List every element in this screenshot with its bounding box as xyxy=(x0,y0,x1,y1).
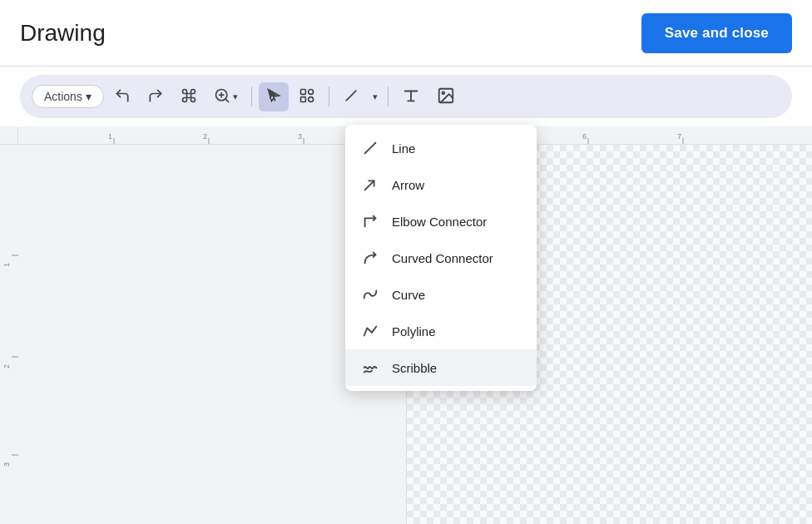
redo-button[interactable] xyxy=(141,82,171,111)
svg-line-8 xyxy=(346,91,356,101)
dropdown-item-scribble[interactable]: Scribble xyxy=(345,349,537,386)
cursor-icon xyxy=(265,87,282,106)
line-tool-dropdown-button[interactable]: ▾ xyxy=(369,87,381,107)
undo-button[interactable] xyxy=(107,82,137,111)
dropdown-item-curve[interactable]: Curve xyxy=(345,276,537,313)
zoom-icon xyxy=(214,87,230,106)
page-title: Drawing xyxy=(20,20,106,47)
svg-line-32 xyxy=(365,143,376,154)
ruler-corner xyxy=(0,126,18,145)
dropdown-item-elbow-connector[interactable]: Elbow Connector xyxy=(345,203,537,240)
dropdown-item-arrow[interactable]: Arrow xyxy=(345,166,537,203)
header: Drawing Save and close xyxy=(0,0,812,67)
zoom-button[interactable]: ▾ xyxy=(207,82,245,111)
line-tool-chevron-icon: ▾ xyxy=(373,91,378,102)
svg-rect-7 xyxy=(300,96,305,101)
svg-text:6: 6 xyxy=(582,132,587,141)
save-close-button[interactable]: Save and close xyxy=(641,13,792,53)
image-icon xyxy=(437,87,455,107)
paint-format-button[interactable] xyxy=(174,82,204,111)
dropdown-item-line[interactable]: Line xyxy=(345,130,537,166)
line-tool-dropdown: Line Arrow Elbow Connector Curve xyxy=(345,125,537,391)
line-tool-button[interactable] xyxy=(336,82,366,111)
svg-point-10 xyxy=(442,91,444,94)
svg-text:2: 2 xyxy=(203,132,207,141)
toolbar-separator-3 xyxy=(388,87,389,106)
svg-text:1: 1 xyxy=(2,263,11,267)
image-button[interactable] xyxy=(430,82,462,112)
svg-text:7: 7 xyxy=(677,132,681,141)
dropdown-item-curved-connector[interactable]: Curved Connector xyxy=(345,240,537,276)
svg-text:2: 2 xyxy=(2,364,11,368)
svg-line-1 xyxy=(225,98,229,101)
actions-chevron-icon: ▾ xyxy=(86,90,92,103)
curved-connector-icon xyxy=(360,248,380,268)
toolbar-separator-2 xyxy=(329,87,329,106)
line-icon xyxy=(360,138,380,158)
select-shapes-icon xyxy=(299,87,315,106)
text-icon xyxy=(402,87,420,107)
text-button[interactable] xyxy=(395,82,427,112)
toolbar-separator-1 xyxy=(251,87,252,106)
svg-rect-6 xyxy=(309,89,314,94)
redo-icon xyxy=(147,87,164,106)
arrow-icon xyxy=(360,175,380,195)
svg-text:3: 3 xyxy=(2,462,11,467)
select-button[interactable] xyxy=(259,82,289,111)
select-shapes-button[interactable] xyxy=(292,82,322,111)
dropdown-item-polyline[interactable]: Polyline xyxy=(345,313,537,349)
svg-rect-5 xyxy=(300,89,305,94)
actions-button[interactable]: Actions ▾ xyxy=(32,85,104,108)
svg-line-33 xyxy=(365,180,374,190)
svg-text:1: 1 xyxy=(108,132,112,141)
svg-text:3: 3 xyxy=(298,132,302,141)
undo-icon xyxy=(114,87,131,106)
elbow-connector-icon xyxy=(360,211,380,231)
actions-label: Actions xyxy=(44,90,82,103)
line-tool-icon xyxy=(343,87,359,106)
toolbar: Actions ▾ xyxy=(20,75,792,118)
zoom-chevron-icon: ▾ xyxy=(233,91,238,102)
scribble-icon xyxy=(360,358,380,378)
curve-icon xyxy=(360,284,380,304)
paint-format-icon xyxy=(181,87,197,106)
polyline-icon xyxy=(360,321,380,341)
